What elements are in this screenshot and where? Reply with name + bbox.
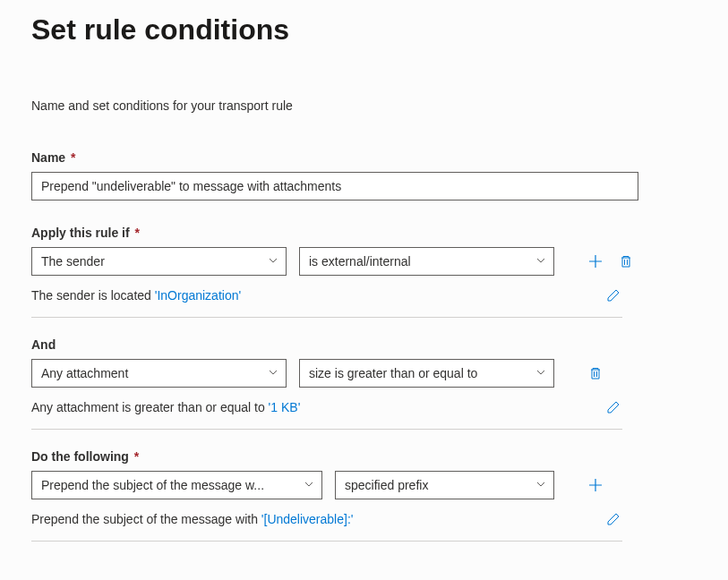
chevron-down-icon — [304, 478, 314, 492]
do-following-label: Do the following * — [31, 449, 697, 464]
delete-condition-button[interactable] — [617, 252, 635, 270]
name-label-text: Name — [31, 150, 65, 165]
and-predicate-dropdown[interactable]: size is greater than or equal to — [299, 359, 554, 388]
divider — [31, 429, 622, 430]
delete-condition-button[interactable] — [587, 364, 604, 382]
dropdown-value: Any attachment — [41, 366, 261, 380]
and-summary: Any attachment is greater than or equal … — [31, 400, 300, 414]
dropdown-value: Prepend the subject of the message w... — [41, 478, 296, 492]
plus-icon — [587, 477, 604, 493]
apply-if-label: Apply this rule if * — [31, 226, 697, 240]
name-input[interactable] — [31, 172, 638, 200]
edit-condition-button[interactable] — [604, 398, 622, 416]
required-asterisk: * — [132, 226, 140, 240]
divider — [31, 541, 622, 542]
add-action-button[interactable] — [587, 476, 604, 494]
edit-icon — [606, 288, 621, 303]
dropdown-value: size is greater than or equal to — [309, 366, 528, 380]
edit-icon — [606, 512, 621, 526]
and-subject-dropdown[interactable]: Any attachment — [31, 359, 287, 388]
and-label: And — [31, 337, 697, 352]
edit-action-button[interactable] — [604, 510, 622, 528]
apply-if-subject-dropdown[interactable]: The sender — [31, 247, 287, 276]
dropdown-value: The sender — [41, 254, 261, 269]
dropdown-value: is external/internal — [309, 254, 528, 269]
page-title: Set rule conditions — [31, 13, 697, 47]
add-condition-button[interactable] — [587, 252, 604, 270]
required-asterisk: * — [131, 449, 139, 464]
delete-icon — [619, 254, 633, 269]
summary-prefix: Prepend the subject of the message with — [31, 512, 261, 526]
action-dropdown[interactable]: Prepend the subject of the message w... — [31, 471, 322, 499]
chevron-down-icon — [268, 366, 278, 380]
chevron-down-icon — [535, 478, 546, 492]
summary-value-link[interactable]: 'InOrganization' — [155, 288, 241, 303]
apply-if-label-text: Apply this rule if — [31, 226, 130, 240]
plus-icon — [587, 253, 604, 269]
divider — [31, 317, 622, 318]
required-asterisk: * — [67, 150, 75, 165]
edit-condition-button[interactable] — [604, 286, 622, 304]
do-following-label-text: Do the following — [31, 449, 129, 464]
chevron-down-icon — [535, 366, 546, 380]
summary-prefix: The sender is located — [31, 288, 155, 303]
apply-if-summary: The sender is located 'InOrganization' — [31, 288, 241, 303]
chevron-down-icon — [268, 254, 278, 269]
action-summary: Prepend the subject of the message with … — [31, 512, 353, 526]
summary-value-link[interactable]: '1 KB' — [269, 400, 301, 414]
page-description: Name and set conditions for your transpo… — [31, 98, 697, 113]
apply-if-predicate-dropdown[interactable]: is external/internal — [299, 247, 554, 276]
chevron-down-icon — [535, 254, 546, 269]
name-label: Name * — [31, 150, 697, 165]
action-value-dropdown[interactable]: specified prefix — [335, 471, 554, 499]
delete-icon — [588, 366, 603, 380]
dropdown-value: specified prefix — [345, 478, 528, 492]
summary-prefix: Any attachment is greater than or equal … — [31, 400, 269, 414]
edit-icon — [606, 400, 621, 414]
summary-value-link[interactable]: '[Undeliverable]:' — [261, 512, 354, 526]
